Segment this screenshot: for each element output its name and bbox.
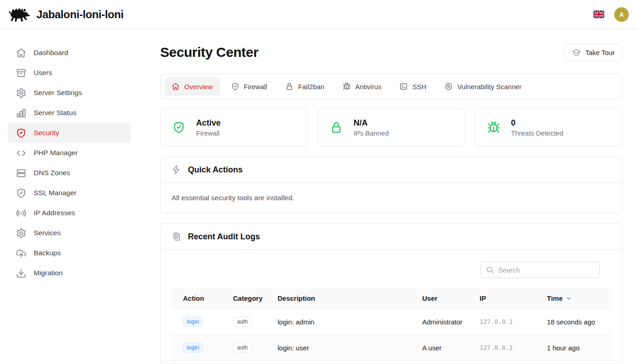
tab-label: Overview xyxy=(184,83,213,91)
sidebar-item-label: Dashboard xyxy=(34,49,68,57)
zap-icon xyxy=(172,165,182,175)
bug-icon xyxy=(343,82,351,91)
sidebar-item-label: Users xyxy=(34,69,52,77)
shield-check-icon xyxy=(16,128,26,138)
sidebar-item-server-settings[interactable]: Server Settings xyxy=(8,83,131,103)
tab-label: Firewall xyxy=(244,83,268,91)
column-category: Category xyxy=(228,288,272,309)
sidebar-item-label: Server Status xyxy=(34,109,76,117)
search-circle-icon xyxy=(445,82,453,91)
brand[interactable]: Jabaloni-loni-loni xyxy=(7,5,123,24)
tab-ssh[interactable]: SSH xyxy=(392,77,434,96)
sidebar-item-backups[interactable]: Backups xyxy=(8,243,131,263)
sidebar-item-label: IP Addresses xyxy=(34,209,75,217)
take-tour-button[interactable]: Take Tour xyxy=(564,44,622,61)
quick-actions-message: All essential security tools are install… xyxy=(161,183,622,213)
sidebar-item-label: DNS Zones xyxy=(34,169,70,177)
audit-logs-table: Action Category Description User IP Time… xyxy=(172,288,611,364)
lock-icon xyxy=(330,121,343,134)
gear-icon xyxy=(16,228,26,238)
user-avatar[interactable]: A xyxy=(614,7,629,22)
gear-icon xyxy=(16,88,26,98)
tab-label: SSH xyxy=(412,83,426,91)
stat-label: Threats Detected xyxy=(511,129,563,137)
boar-logo-icon xyxy=(7,5,31,24)
sidebar-item-server-status[interactable]: Server Status xyxy=(8,103,131,123)
sidebar-item-label: SSL Manager xyxy=(34,189,76,197)
audit-logs-title: Recent Audit Logs xyxy=(188,232,260,242)
tab-label: Antivirus xyxy=(355,83,382,91)
category-badge: auth xyxy=(233,317,252,327)
sidebar-item-ssl-manager[interactable]: SSL Manager xyxy=(8,183,131,203)
archive-icon xyxy=(16,68,26,78)
shield-check-icon xyxy=(172,121,185,134)
shield-check-icon xyxy=(16,188,26,198)
main-content: Security Center Take Tour Overview Firew… xyxy=(138,29,637,364)
log-ip: 127.0.0.1 xyxy=(474,335,541,361)
log-time: 1 hour ago xyxy=(541,335,611,361)
stat-value: N/A xyxy=(354,118,389,128)
sidebar-item-label: PHP Manager xyxy=(34,149,78,157)
sidebar-item-users[interactable]: Users xyxy=(8,63,131,83)
stat-value: 0 xyxy=(511,118,563,128)
search-icon xyxy=(486,266,494,274)
sidebar-item-ip-addresses[interactable]: IP Addresses xyxy=(8,203,131,223)
bar-chart-icon xyxy=(16,108,26,118)
tab-vulnerability-scanner[interactable]: Vulnerability Scanner xyxy=(437,77,529,96)
stat-cards: Active Firewall N/A IPs Banned 0 Threats… xyxy=(160,108,622,147)
column-ip: IP xyxy=(474,288,541,309)
page-title: Security Center xyxy=(160,45,258,60)
table-header-row: Action Category Description User IP Time xyxy=(172,288,611,309)
log-time: 18 seconds ago xyxy=(541,309,611,335)
stat-card-threats: 0 Threats Detected xyxy=(475,108,622,147)
stat-label: Firewall xyxy=(196,129,221,137)
home-icon xyxy=(172,82,180,91)
action-badge: login xyxy=(183,317,203,327)
sidebar-item-migration[interactable]: Migration xyxy=(8,263,131,283)
sidebar-item-security[interactable]: Security xyxy=(8,123,131,143)
top-bar: Jabaloni-loni-loni A xyxy=(0,0,637,29)
sidebar-item-label: Security xyxy=(34,129,59,137)
lock-icon xyxy=(285,82,293,91)
security-tabs: Overview Firewall Fail2ban Antivirus SSH… xyxy=(160,74,622,99)
clipboard-icon xyxy=(172,232,182,242)
bug-icon xyxy=(487,121,500,134)
server-icon xyxy=(16,168,26,178)
sidebar-item-services[interactable]: Services xyxy=(8,223,131,243)
tab-overview[interactable]: Overview xyxy=(164,77,220,96)
log-user: Administrator xyxy=(417,309,474,335)
log-description: login: user xyxy=(272,335,417,361)
language-flag-icon[interactable] xyxy=(593,10,604,18)
stat-value: Active xyxy=(196,118,221,128)
app-title: Jabaloni-loni-loni xyxy=(36,8,123,21)
stat-card-ips-banned: N/A IPs Banned xyxy=(318,108,465,147)
tab-antivirus[interactable]: Antivirus xyxy=(335,77,389,96)
code-icon xyxy=(16,148,26,158)
download-icon xyxy=(16,268,26,278)
home-icon xyxy=(16,48,26,58)
sidebar-item-php-manager[interactable]: PHP Manager xyxy=(8,143,131,163)
column-action: Action xyxy=(172,288,228,309)
tab-label: Vulnerability Scanner xyxy=(457,83,521,91)
column-description: Description xyxy=(272,288,417,309)
sidebar-item-dns-zones[interactable]: DNS Zones xyxy=(8,163,131,183)
tab-firewall[interactable]: Firewall xyxy=(224,77,275,96)
sidebar-item-label: Backups xyxy=(34,249,61,257)
chevron-down-icon xyxy=(566,295,572,302)
cloud-upload-icon xyxy=(16,248,26,258)
column-time-sort[interactable]: Time xyxy=(541,288,611,309)
log-description: login: admin xyxy=(272,309,417,335)
stat-card-firewall: Active Firewall xyxy=(160,108,308,147)
audit-logs-panel: Recent Audit Logs Action Category xyxy=(160,223,622,364)
quick-actions-title: Quick Actions xyxy=(188,165,243,175)
log-ip: 127.0.0.1 xyxy=(474,309,541,335)
graduation-cap-icon xyxy=(572,48,581,57)
stat-label: IPs Banned xyxy=(354,129,389,137)
log-user: A user xyxy=(417,335,474,361)
table-row xyxy=(172,361,611,364)
tab-fail2ban[interactable]: Fail2ban xyxy=(278,77,332,96)
sidebar-item-dashboard[interactable]: Dashboard xyxy=(8,43,131,63)
tab-label: Fail2ban xyxy=(298,83,324,91)
audit-search-input[interactable] xyxy=(480,262,600,278)
action-badge: login xyxy=(183,343,203,353)
